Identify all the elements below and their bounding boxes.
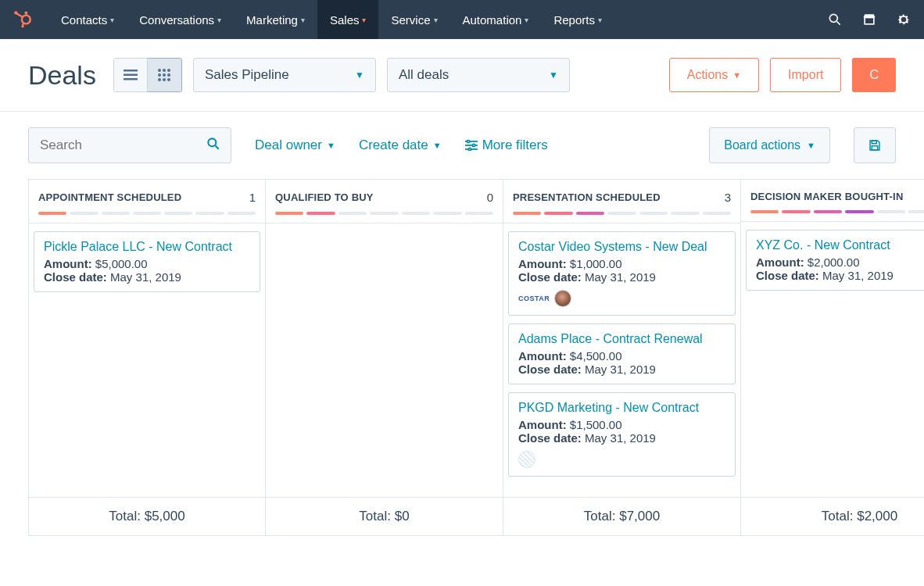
deal-amount: $5,000.00: [95, 257, 148, 270]
nav-contacts[interactable]: Contacts▾: [48, 0, 127, 39]
create-label: C: [869, 68, 879, 82]
search-icon[interactable]: [827, 12, 843, 27]
chevron-down-icon: ▾: [362, 16, 366, 24]
deal-close-date: May 31, 2019: [822, 269, 894, 282]
nav-label: Marketing: [246, 13, 298, 27]
deal-close-line: Close date: May 31, 2019: [44, 270, 250, 284]
deal-amount: $4,500.00: [570, 349, 622, 363]
svg-rect-10: [124, 70, 138, 72]
company-logo-icon: COSTAR: [518, 295, 550, 302]
total-value: $7,000: [619, 509, 660, 523]
amount-label: Amount:: [518, 349, 567, 363]
gear-icon[interactable]: [896, 12, 911, 27]
deal-amount: $1,500.00: [570, 418, 622, 431]
column-title: PRESENTATION SCHEDULED: [513, 191, 661, 203]
deal-card[interactable]: Costar Video Systems - New DealAmount: $…: [508, 231, 736, 316]
deal-card[interactable]: Pickle Palace LLC - New ContractAmount: …: [34, 231, 260, 292]
deal-close-date: May 31, 2019: [585, 363, 656, 376]
search-box[interactable]: [28, 127, 231, 163]
chevron-down-icon: ▾: [301, 16, 305, 24]
pipeline-select-value: Sales Pipeline: [205, 67, 289, 83]
total-value: $2,000: [857, 509, 897, 523]
nav-conversations[interactable]: Conversations▾: [127, 0, 234, 39]
deal-tags: [518, 451, 725, 468]
column-count: 3: [725, 191, 731, 204]
nav-automation[interactable]: Automation▾: [450, 0, 542, 39]
svg-line-4: [16, 13, 23, 16]
stage-progress: [275, 212, 493, 215]
chevron-down-icon: ▼: [807, 141, 815, 150]
svg-point-13: [158, 69, 161, 72]
column-header: PRESENTATION SCHEDULED3: [503, 180, 740, 223]
svg-point-20: [163, 78, 166, 81]
deal-tags: COSTAR: [518, 290, 725, 307]
import-label: Import: [788, 68, 823, 82]
deal-close-date: May 31, 2019: [585, 270, 656, 284]
actions-label: Actions: [687, 68, 728, 82]
nav-sales[interactable]: Sales▾: [317, 0, 379, 39]
nav-label: Reports: [553, 13, 595, 27]
nav-reports[interactable]: Reports▾: [541, 0, 614, 39]
stage-progress: [38, 212, 256, 215]
total-value: $5,000: [145, 509, 185, 523]
svg-line-23: [216, 146, 219, 149]
nav-label: Contacts: [61, 13, 107, 27]
filter-label: More filters: [482, 138, 548, 153]
more-filters-button[interactable]: More filters: [465, 138, 548, 153]
top-nav: Contacts▾ Conversations▾ Marketing▾ Sale…: [0, 0, 924, 39]
chevron-down-icon: ▾: [598, 16, 602, 24]
company-placeholder-icon: [518, 451, 535, 468]
create-date-filter[interactable]: Create date ▼: [359, 138, 442, 153]
column-body[interactable]: Costar Video Systems - New DealAmount: $…: [503, 223, 740, 497]
import-button[interactable]: Import: [770, 58, 841, 92]
create-deal-button[interactable]: C: [852, 58, 896, 92]
svg-point-14: [163, 69, 166, 72]
svg-rect-9: [865, 18, 874, 24]
deal-close-line: Close date: May 31, 2019: [518, 363, 725, 376]
pipeline-select[interactable]: Sales Pipeline ▼: [193, 58, 376, 92]
column-total: Total: $7,000: [503, 497, 740, 535]
deals-board: APPOINTMENT SCHEDULED1Pickle Palace LLC …: [0, 179, 924, 536]
owner-avatar: [554, 290, 571, 307]
board-view-button[interactable]: [148, 58, 182, 92]
deal-card[interactable]: XYZ Co. - New ContractAmount: $2,000.00C…: [746, 230, 924, 291]
amount-label: Amount:: [756, 255, 804, 269]
chevron-down-icon: ▾: [110, 16, 114, 24]
deal-amount-line: Amount: $1,500.00: [518, 418, 725, 431]
pipeline-column: APPOINTMENT SCHEDULED1Pickle Palace LLC …: [28, 179, 266, 536]
pipeline-column: DECISION MAKER BOUGHT-INXYZ Co. - New Co…: [741, 179, 924, 536]
svg-point-16: [158, 73, 161, 77]
hubspot-logo-icon[interactable]: [13, 9, 33, 30]
save-view-button[interactable]: [854, 127, 896, 163]
chevron-down-icon: ▼: [732, 70, 741, 80]
sliders-icon: [465, 140, 478, 151]
column-body[interactable]: [266, 223, 503, 497]
svg-point-22: [208, 138, 216, 146]
deal-title: XYZ Co. - New Contract: [756, 238, 924, 252]
deal-amount-line: Amount: $4,500.00: [518, 349, 725, 363]
deal-owner-filter[interactable]: Deal owner ▼: [255, 138, 335, 153]
actions-button[interactable]: Actions ▼: [669, 58, 759, 92]
search-input[interactable]: [40, 138, 206, 153]
nav-items: Contacts▾ Conversations▾ Marketing▾ Sale…: [48, 0, 827, 39]
deal-close-date: May 31, 2019: [585, 431, 656, 445]
deal-card[interactable]: Adams Place - Contract RenewalAmount: $4…: [508, 323, 736, 384]
nav-service[interactable]: Service▾: [378, 0, 449, 39]
svg-line-6: [23, 23, 23, 25]
marketplace-icon[interactable]: [861, 12, 877, 27]
svg-point-19: [158, 78, 161, 81]
deal-card[interactable]: PKGD Marketing - New ContractAmount: $1,…: [508, 392, 736, 477]
list-view-button[interactable]: [113, 58, 148, 92]
board-actions-button[interactable]: Board actions ▼: [709, 127, 830, 163]
column-body[interactable]: XYZ Co. - New ContractAmount: $2,000.00C…: [741, 222, 924, 497]
toolbar: Deals Sales Pipeline ▼ All deals ▼ Actio…: [0, 39, 924, 111]
column-body[interactable]: Pickle Palace LLC - New ContractAmount: …: [29, 223, 265, 497]
deals-select[interactable]: All deals ▼: [387, 58, 570, 92]
close-date-label: Close date:: [756, 269, 819, 282]
nav-marketing[interactable]: Marketing▾: [234, 0, 317, 39]
deal-amount: $2,000.00: [808, 255, 860, 269]
column-header: APPOINTMENT SCHEDULED1: [29, 180, 265, 223]
deal-title: Adams Place - Contract Renewal: [518, 332, 725, 346]
column-header: QUALIFIED TO BUY0: [266, 180, 503, 223]
deal-close-line: Close date: May 31, 2019: [518, 431, 725, 445]
